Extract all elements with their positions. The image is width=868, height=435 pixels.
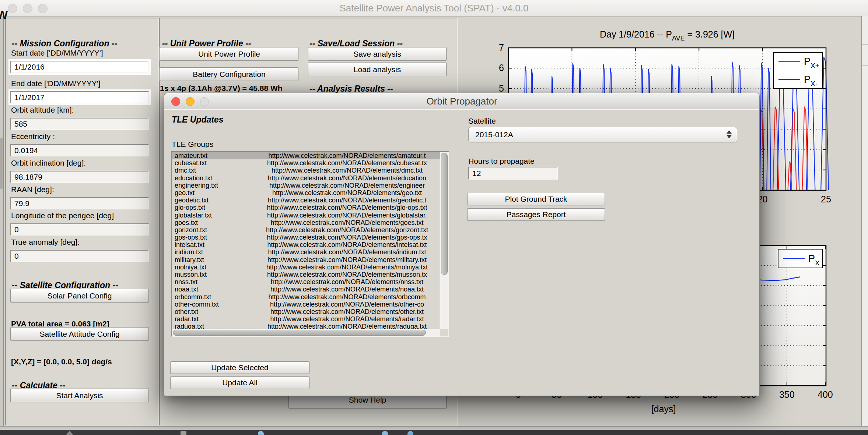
tle-list-item[interactable]: amateur.txthttp://www.celestrak.com/NORA… (172, 152, 440, 159)
satellite-dropdown[interactable]: 2015-012A (468, 127, 737, 142)
dock-triangle-icon[interactable] (66, 431, 73, 435)
tle-file-name: radar.txt (172, 315, 254, 323)
tle-list-item[interactable]: intelsat.txthttp://www.celestrak.com/NOR… (172, 241, 440, 248)
tle-file-name: molniya.txt (172, 264, 254, 271)
end-date-input[interactable]: 1/1/2017 (10, 91, 149, 103)
satellite-attitude-config-button[interactable]: Satellite Attitude Config (10, 327, 149, 341)
tle-list-item[interactable]: iridium.txthttp://www.celestrak.com/NORA… (172, 248, 440, 256)
unit-power-profile-button[interactable]: Unit Power Profile (160, 47, 298, 61)
solar-panel-config-button[interactable]: Solar Panel Config (10, 289, 149, 303)
tle-list-item[interactable]: glo-ops.txthttp://www.celestrak.com/NORA… (172, 204, 440, 211)
raan-label: RAAN [deg]: (11, 185, 54, 194)
tle-list-item[interactable]: gps-ops.txthttp://www.celestrak.com/NORA… (172, 234, 440, 241)
tle-list-item[interactable]: noaa.txthttp://www.celestrak.com/NORAD/e… (172, 286, 440, 293)
horizontal-scrollbar-thumb[interactable] (173, 330, 426, 336)
tle-url: http://www.celestrak.com/NORAD/elements/… (254, 189, 440, 197)
raan-input[interactable]: 79.9 (10, 197, 149, 209)
satellite-label: Satellite (468, 117, 496, 125)
tle-file-name: military.txt (172, 256, 254, 264)
tle-file-name: goes.txt (172, 219, 254, 226)
mission-configuration-panel: -- Mission Configuration -- Start date [… (5, 18, 159, 425)
dialog-body: TLE Updates TLE Groups amateur.txthttp:/… (164, 109, 759, 396)
dock-square-icon[interactable] (181, 431, 186, 435)
tle-list-item[interactable]: other.txthttp://www.celestrak.com/NORAD/… (172, 308, 440, 315)
dock-circle-icon[interactable] (382, 431, 388, 435)
tle-file-name: engineering.txt (172, 182, 254, 189)
orbit-inclination-input[interactable]: 98.1879 (10, 171, 149, 183)
tle-file-name: dmc.txt (172, 167, 254, 174)
background-scrollbar-thumb (0, 138, 3, 189)
orbit-inclination-label: Orbit inclination [deg]: (11, 159, 86, 167)
tle-url: http://www.celestrak.com/NORAD/elements/… (254, 301, 440, 308)
tle-list-horizontal-scrollbar[interactable] (172, 329, 440, 336)
tle-file-name: geo.txt (172, 189, 254, 197)
tle-url: http://www.celestrak.com/NORAD/elements/… (254, 308, 440, 315)
update-selected-button[interactable]: Update Selected (170, 361, 309, 374)
tle-list-item[interactable]: molniya.txthttp://www.celestrak.com/NORA… (172, 264, 440, 271)
update-all-button[interactable]: Update All (170, 376, 309, 389)
tle-list-item[interactable]: dmc.txthttp://www.celestrak.com/NORAD/el… (172, 167, 440, 174)
end-date-label: End date ['DD/MM/YYYY'] (11, 79, 101, 88)
tle-list-item[interactable]: geodetic.txthttp://www.celestrak.com/NOR… (172, 197, 440, 204)
start-analysis-button[interactable]: Start Analysis (10, 389, 149, 402)
true-anomaly-input[interactable]: 0 (10, 250, 149, 262)
mission-config-header: -- Mission Configuration -- (12, 39, 117, 49)
eccentricity-label: Eccentricity : (11, 132, 55, 141)
plot-ground-track-button[interactable]: Plot Ground Track (467, 193, 605, 205)
tle-list-item[interactable]: other-comm.txthttp://www.celestrak.com/N… (172, 301, 440, 308)
tle-list-item[interactable]: gorizont.txthttp://www.celestrak.com/NOR… (172, 226, 440, 234)
tle-list-item[interactable]: goes.txthttp://www.celestrak.com/NORAD/e… (172, 219, 440, 226)
tle-list-item[interactable]: nnss.txthttp://www.celestrak.com/NORAD/e… (172, 278, 440, 286)
vertical-scrollbar-thumb[interactable] (441, 153, 448, 275)
screen: Satellite Power Analysis Tool (SPAT) - v… (0, 0, 868, 435)
save-analysis-button[interactable]: Save analysis (308, 47, 447, 61)
tle-file-name: musson.txt (172, 271, 254, 278)
tle-list-item[interactable]: education.txthttp://www.celestrak.com/NO… (172, 174, 440, 182)
svg-text:5: 5 (499, 83, 504, 93)
background-window-edge (0, 16, 4, 426)
hours-input[interactable]: 12 (468, 167, 558, 180)
tle-file-name: amateur.txt (172, 152, 254, 159)
tle-url: http://www.celestrak.com/NORAD/elements/… (254, 248, 440, 256)
dock-circle-icon[interactable] (407, 431, 413, 435)
battery-configuration-button[interactable]: Battery Configuration (160, 67, 298, 81)
tle-list-item[interactable]: musson.txthttp://www.celestrak.com/NORAD… (172, 271, 440, 278)
tle-list-item[interactable]: military.txthttp://www.celestrak.com/NOR… (172, 256, 440, 264)
hours-to-propagate-label: Hours to propagate (468, 157, 535, 166)
tle-list-item[interactable]: cubesat.txthttp://www.celestrak.com/NORA… (172, 159, 440, 167)
svg-text:25: 25 (821, 194, 831, 204)
load-analysis-button[interactable]: Load analysis (308, 63, 447, 76)
tle-list-item[interactable]: geo.txthttp://www.celestrak.com/NORAD/el… (172, 189, 440, 197)
longitude-perigee-input[interactable]: 0 (10, 223, 149, 236)
dock-circle-icon[interactable] (258, 431, 264, 435)
tle-url: http://www.celestrak.com/NORAD/elements/… (254, 256, 440, 264)
tle-file-name: geodetic.txt (172, 197, 254, 204)
tle-list-item[interactable]: globalstar.txthttp://www.celestrak.com/N… (172, 212, 440, 219)
tle-url: http://www.celestrak.com/NORAD/elements/… (254, 323, 440, 329)
svg-text:7: 7 (499, 42, 504, 53)
tle-url: http://www.celestrak.com/NORAD/elements/… (254, 159, 440, 167)
xyz-rates-text: [X,Y,Z] = [0.0, 0.0, 5.0] deg/s (11, 357, 112, 366)
tle-url: http://www.celestrak.com/NORAD/elements/… (254, 264, 440, 271)
tle-url: http://www.celestrak.com/NORAD/elements/… (254, 182, 440, 189)
tle-list-item[interactable]: raduga.txthttp://www.celestrak.com/NORAD… (172, 323, 440, 329)
tle-url: http://www.celestrak.com/NORAD/elements/… (254, 241, 440, 248)
tle-groups-list[interactable]: amateur.txthttp://www.celestrak.com/NORA… (171, 151, 449, 337)
tle-list-vertical-scrollbar[interactable] (440, 152, 448, 329)
tle-url: http://www.celestrak.com/NORAD/elements/… (254, 212, 440, 219)
orbit-altitude-input[interactable]: 585 (10, 118, 149, 130)
passages-report-button[interactable]: Passages Report (467, 208, 605, 221)
eccentricity-input[interactable]: 0.0194 (10, 144, 149, 156)
tle-list-item[interactable]: orbcomm.txthttp://www.celestrak.com/NORA… (172, 293, 440, 301)
tle-list-item[interactable]: engineering.txthttp://www.celestrak.com/… (172, 182, 440, 189)
tle-updates-header: TLE Updates (172, 115, 224, 125)
tle-url: http://www.celestrak.com/NORAD/elements/… (254, 293, 440, 301)
start-date-input[interactable]: 1/1/2016 (10, 61, 149, 73)
tle-file-name: other-comm.txt (172, 301, 254, 308)
tle-list-item[interactable]: radar.txthttp://www.celestrak.com/NORAD/… (172, 315, 440, 323)
svg-text:400: 400 (818, 389, 833, 400)
tle-url: http://www.celestrak.com/NORAD/elements/… (254, 315, 440, 323)
dock-strip (0, 430, 868, 435)
tle-file-name: nnss.txt (172, 278, 254, 286)
svg-text:Day 1/9/2016 -- PAVE = 3.926 [: Day 1/9/2016 -- PAVE = 3.926 [W] (600, 29, 735, 42)
